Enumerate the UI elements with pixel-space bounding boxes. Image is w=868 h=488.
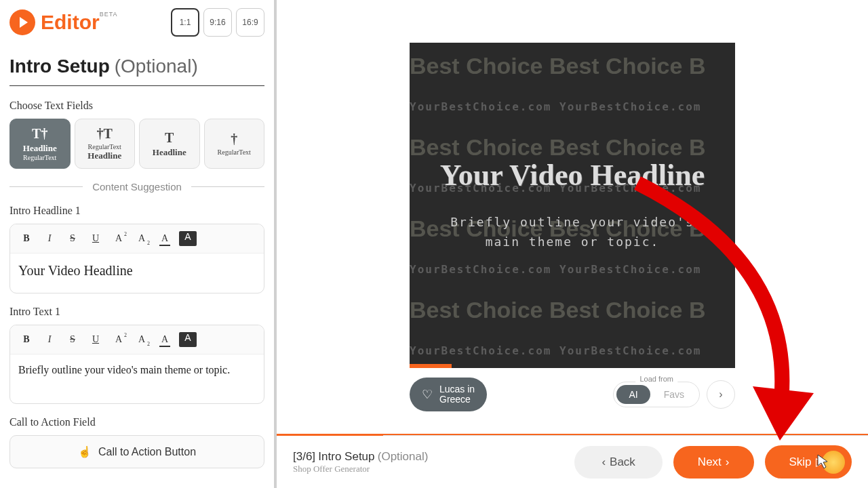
chevron-right-icon: ›	[719, 388, 722, 401]
preview-area: Best Choice Best Choice B YourBestChoice…	[277, 0, 868, 434]
headline-editor: B I S U A A A A Your Video Headline	[9, 224, 264, 293]
ratio-16-9[interactable]: 16:9	[236, 8, 264, 37]
video-canvas[interactable]: Best Choice Best Choice B YourBestChoice…	[410, 43, 735, 368]
field-type-headline-regular[interactable]: T† Headline RegularText	[9, 119, 71, 169]
canvas-text: Briefly outline your video's main theme …	[437, 213, 708, 252]
field-type-selector: T† Headline RegularText †T RegularText H…	[9, 119, 264, 169]
text-input[interactable]: Briefly outline your video's main theme …	[10, 354, 264, 403]
theme-selector[interactable]: ♡ Lucas in Greece	[410, 378, 487, 412]
logo-text: EditorBETA	[41, 11, 118, 34]
content-suggestion-divider: Content Suggestion	[9, 181, 264, 192]
headline-label: Intro Headline 1	[9, 205, 264, 217]
logo: EditorBETA	[9, 9, 118, 35]
superscript-button[interactable]: A	[108, 228, 130, 249]
section-title: Intro Setup (Optional)	[9, 56, 264, 86]
cta-button[interactable]: ☝ Call to Action Button	[9, 435, 264, 468]
field-type-headline-only[interactable]: T Headline	[139, 119, 200, 169]
headline-toolbar: B I S U A A A A	[10, 224, 264, 253]
logo-play-icon	[9, 9, 35, 35]
step-subtitle: Shop Offer Generator	[293, 464, 564, 474]
canvas-headline: Your Video Headline	[440, 158, 705, 194]
step-title: [3/6] Intro Setup (Optional)	[293, 450, 564, 464]
next-theme-button[interactable]: ›	[707, 380, 735, 409]
load-ai[interactable]: AI	[616, 385, 650, 404]
field-type-regular-only[interactable]: † RegularText	[204, 119, 265, 169]
footer: [3/6] Intro Setup (Optional) Shop Offer …	[277, 434, 868, 488]
canvas-content: Your Video Headline Briefly outline your…	[410, 43, 735, 368]
skip-button[interactable]: Skip ▷|	[765, 445, 852, 479]
load-from-group: Load from AI Favs	[613, 382, 700, 407]
subscript-button[interactable]: A	[131, 228, 153, 249]
chevron-left-icon: ‹	[601, 455, 606, 469]
field-type-regular-headline[interactable]: †T RegularText Headline	[75, 119, 136, 169]
heart-icon: ♡	[422, 387, 433, 402]
italic-button[interactable]: I	[39, 228, 60, 249]
text-color-button[interactable]: A	[154, 329, 176, 350]
superscript-button[interactable]: A	[108, 329, 130, 350]
italic-button[interactable]: I	[39, 329, 60, 350]
preview-controls: ♡ Lucas in Greece Load from AI Favs ›	[410, 378, 735, 412]
ratio-1-1[interactable]: 1:1	[171, 8, 199, 37]
chevron-right-icon: ›	[726, 455, 730, 469]
load-favs[interactable]: Favs	[652, 385, 696, 404]
footer-info: [3/6] Intro Setup (Optional) Shop Offer …	[293, 450, 564, 474]
progress-bar[interactable]	[410, 364, 452, 368]
text-color-button[interactable]: A	[154, 228, 176, 249]
header: EditorBETA 1:1 9:16 16:9	[9, 8, 264, 37]
underline-button[interactable]: U	[85, 329, 106, 350]
sidebar: EditorBETA 1:1 9:16 16:9 Intro Setup (Op…	[0, 0, 277, 488]
bold-button[interactable]: B	[16, 228, 37, 249]
underline-button[interactable]: U	[85, 228, 106, 249]
main-area: Best Choice Best Choice B YourBestChoice…	[277, 0, 868, 488]
back-button[interactable]: ‹ Back	[574, 446, 662, 479]
choose-fields-label: Choose Text Fields	[9, 100, 264, 112]
subscript-button[interactable]: A	[131, 329, 153, 350]
text-label: Intro Text 1	[9, 306, 264, 318]
strikethrough-button[interactable]: S	[62, 228, 83, 249]
aspect-ratio-group: 1:1 9:16 16:9	[171, 8, 264, 37]
text-toolbar: B I S U A A A A	[10, 325, 264, 354]
text-editor: B I S U A A A A Briefly outline your vid…	[9, 325, 264, 404]
next-button[interactable]: Next ›	[673, 446, 754, 479]
pointer-icon: ☝	[78, 445, 92, 458]
bold-button[interactable]: B	[16, 329, 37, 350]
bg-color-button[interactable]: A	[177, 329, 199, 350]
highlight-icon	[822, 451, 845, 474]
load-label: Load from	[635, 375, 677, 383]
ratio-9-16[interactable]: 9:16	[203, 8, 232, 37]
bg-color-button[interactable]: A	[177, 228, 199, 249]
strikethrough-button[interactable]: S	[62, 329, 83, 350]
headline-input[interactable]: Your Video Headline	[10, 253, 264, 293]
cta-label: Call to Action Field	[9, 416, 264, 428]
